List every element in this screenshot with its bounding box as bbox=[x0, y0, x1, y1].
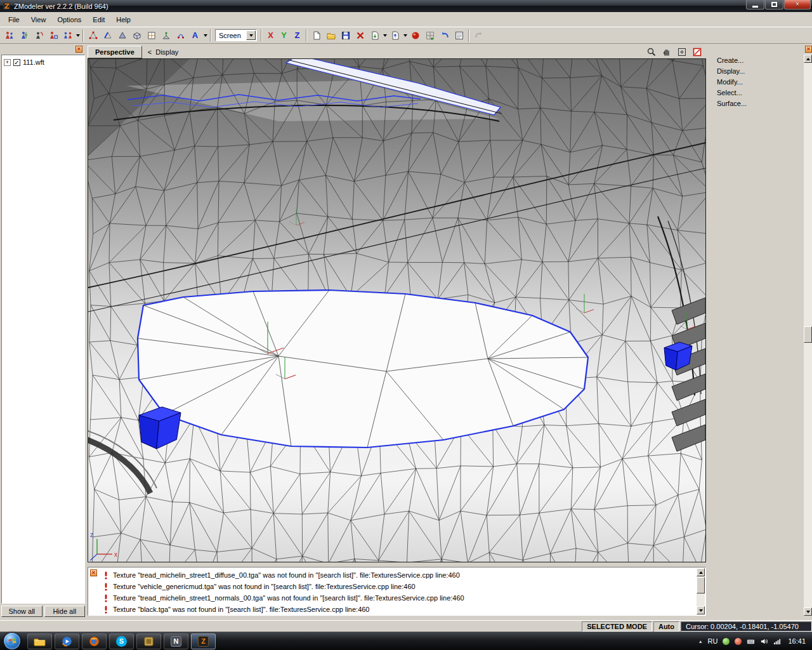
command-panel: Create... Display... Modify... Select...… bbox=[709, 44, 804, 620]
scroll-down-icon[interactable] bbox=[804, 607, 812, 616]
tree-item[interactable]: + ✓ 111.wft bbox=[4, 58, 82, 66]
tray-update-icon[interactable] bbox=[735, 638, 742, 645]
cmd-surface[interactable]: Surface... bbox=[709, 98, 804, 109]
log-entry[interactable]: Texture "tread_michelin_street1_diffuse_… bbox=[103, 569, 694, 581]
export-dropdown-icon[interactable] bbox=[402, 29, 408, 43]
viewport-layout-icon[interactable] bbox=[690, 45, 704, 59]
view-mode-label[interactable]: Display bbox=[155, 48, 178, 56]
selected-windshield-surface[interactable] bbox=[138, 290, 588, 448]
taskbar-mediaplayer-icon[interactable] bbox=[55, 633, 79, 649]
new-file-icon[interactable] bbox=[309, 29, 324, 43]
grid-snap-icon[interactable] bbox=[422, 29, 437, 43]
tab-perspective[interactable]: Perspective bbox=[88, 46, 142, 58]
menu-options[interactable]: Options bbox=[51, 13, 87, 26]
tray-network-icon[interactable] bbox=[773, 637, 782, 646]
tray-expand-icon[interactable]: ▲ bbox=[698, 639, 703, 644]
menu-help[interactable]: Help bbox=[110, 13, 136, 26]
log-scroll-up-icon[interactable] bbox=[697, 568, 705, 576]
move-tool-icon[interactable] bbox=[16, 29, 31, 43]
taskbar-zmodeler-icon[interactable]: Z bbox=[191, 633, 216, 649]
font-color-icon[interactable]: A bbox=[188, 29, 202, 43]
open-file-icon[interactable] bbox=[324, 29, 338, 43]
tray-keyboard-icon[interactable] bbox=[747, 637, 755, 646]
zoom-icon[interactable] bbox=[644, 45, 658, 59]
export-icon[interactable] bbox=[388, 29, 402, 43]
font-color-dropdown-icon[interactable] bbox=[202, 29, 208, 43]
vertices-mode-icon[interactable] bbox=[86, 29, 100, 43]
objects-mode-icon[interactable] bbox=[129, 29, 144, 43]
log-scroll-down-icon[interactable] bbox=[697, 606, 705, 614]
start-button[interactable] bbox=[4, 633, 20, 649]
view-back-button[interactable]: < bbox=[148, 48, 152, 56]
hide-all-button[interactable]: Hide all bbox=[44, 606, 86, 617]
scroll-up-icon[interactable] bbox=[804, 55, 812, 63]
scrollbar-thumb[interactable] bbox=[804, 326, 812, 343]
taskbar-skype-icon[interactable]: S bbox=[109, 633, 134, 649]
tools-dropdown-icon[interactable] bbox=[75, 29, 81, 43]
taskbar-notepad-icon[interactable]: N bbox=[164, 633, 188, 649]
close-command-panel-icon[interactable]: × bbox=[805, 46, 812, 53]
tree-item-checkbox[interactable]: ✓ bbox=[13, 59, 20, 66]
screen-select[interactable]: Screen bbox=[215, 29, 257, 41]
tree-expand-icon[interactable]: + bbox=[4, 59, 11, 66]
error-icon bbox=[103, 594, 108, 602]
screen-select-dropdown-icon[interactable] bbox=[246, 30, 256, 40]
close-log-icon[interactable]: × bbox=[90, 569, 97, 576]
log-scrollbar[interactable] bbox=[697, 568, 705, 614]
toolbar-separator bbox=[306, 29, 307, 42]
log-entry[interactable]: Texture "vehicle_genericmud.tga" was not… bbox=[103, 581, 694, 592]
cmd-select[interactable]: Select... bbox=[709, 88, 804, 98]
rotate-tool-icon[interactable] bbox=[31, 29, 46, 43]
redo-icon[interactable] bbox=[471, 29, 486, 43]
cmd-modify[interactable]: Modify... bbox=[709, 77, 804, 88]
material-sphere-icon[interactable] bbox=[408, 29, 422, 43]
command-panel-scrollbar[interactable] bbox=[804, 55, 812, 616]
viewport-3d[interactable]: xz bbox=[88, 58, 706, 562]
pan-hand-icon[interactable] bbox=[659, 45, 674, 59]
cmd-display[interactable]: Display... bbox=[709, 66, 804, 77]
properties-form-icon[interactable] bbox=[452, 29, 466, 43]
tray-antivirus-icon[interactable] bbox=[723, 638, 730, 645]
viewport-canvas[interactable]: xz bbox=[88, 59, 705, 562]
status-auto-toggle[interactable]: Auto bbox=[653, 621, 679, 632]
axis-z-button[interactable]: Z bbox=[291, 29, 304, 42]
axis-x-button[interactable]: X bbox=[264, 29, 277, 42]
weld-icon[interactable] bbox=[173, 29, 188, 43]
save-file-icon[interactable] bbox=[338, 29, 353, 43]
close-scene-panel-icon[interactable]: × bbox=[75, 46, 82, 53]
minimize-button[interactable] bbox=[746, 0, 764, 10]
toolbar-separator bbox=[82, 29, 84, 42]
normals-mode-icon[interactable] bbox=[159, 29, 173, 43]
scale-tool-icon[interactable] bbox=[46, 29, 60, 43]
close-button[interactable]: × bbox=[784, 0, 811, 10]
language-indicator[interactable]: RU bbox=[708, 637, 718, 645]
menu-view[interactable]: View bbox=[25, 13, 52, 26]
select-objects-icon[interactable] bbox=[2, 29, 16, 43]
clock[interactable]: 16:41 bbox=[787, 637, 806, 645]
mirror-tool-icon[interactable] bbox=[60, 29, 75, 43]
taskbar-archiver-icon[interactable] bbox=[136, 633, 161, 649]
menu-file[interactable]: File bbox=[3, 13, 25, 26]
cmd-create[interactable]: Create... bbox=[709, 55, 804, 66]
zmodeler-letter: Z bbox=[198, 636, 209, 647]
delete-icon[interactable] bbox=[353, 29, 367, 43]
tray-volume-icon[interactable] bbox=[760, 637, 768, 646]
show-all-button[interactable]: Show all bbox=[1, 606, 43, 617]
maximize-button[interactable] bbox=[765, 0, 783, 10]
polygons-mode-icon[interactable] bbox=[115, 29, 129, 43]
undo-icon[interactable] bbox=[437, 29, 452, 43]
import-icon[interactable] bbox=[367, 29, 382, 43]
log-entry[interactable]: Texture "tread_michelin_street1_normals_… bbox=[103, 592, 694, 604]
log-entry[interactable]: Texture "black.tga" was not found in "[s… bbox=[103, 604, 694, 615]
axis-y-button[interactable]: Y bbox=[277, 29, 291, 42]
taskbar-firefox-icon[interactable] bbox=[82, 633, 107, 649]
import-dropdown-icon[interactable] bbox=[382, 29, 388, 43]
edges-mode-icon[interactable] bbox=[100, 29, 115, 43]
log-entry-text: Texture "tread_michelin_street1_diffuse_… bbox=[113, 571, 460, 579]
maximize-view-icon[interactable] bbox=[674, 45, 689, 59]
status-selected-mode: SELECTED MODE bbox=[582, 621, 652, 632]
uv-mapper-icon[interactable] bbox=[144, 29, 159, 43]
log-scrollbar-thumb[interactable] bbox=[697, 577, 705, 594]
taskbar-explorer-icon[interactable] bbox=[27, 633, 52, 649]
menu-edit[interactable]: Edit bbox=[87, 13, 110, 26]
